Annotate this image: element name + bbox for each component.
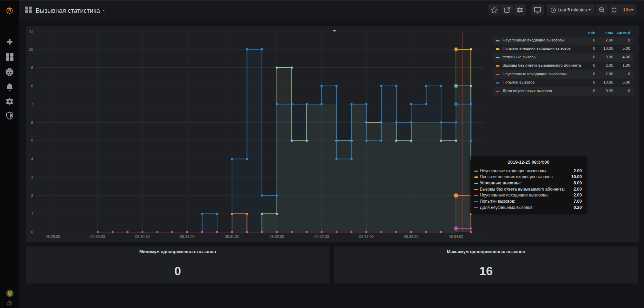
svg-text:08:34:00: 08:34:00 xyxy=(449,234,463,239)
svg-text:08:30:00: 08:30:00 xyxy=(91,234,105,239)
svg-text:08:32:00: 08:32:00 xyxy=(270,234,284,239)
svg-text:08:33:30: 08:33:30 xyxy=(404,234,419,239)
svg-text:08:31:30: 08:31:30 xyxy=(225,234,239,239)
svg-text:0: 0 xyxy=(31,230,33,234)
svg-text:8: 8 xyxy=(31,84,33,88)
svg-text:1: 1 xyxy=(31,212,33,216)
svg-text:2: 2 xyxy=(31,193,33,198)
svg-text:08:31:00: 08:31:00 xyxy=(180,234,195,239)
svg-text:11: 11 xyxy=(29,29,33,33)
svg-text:7: 7 xyxy=(31,102,33,106)
svg-text:10: 10 xyxy=(29,47,33,51)
svg-text:08:32:30: 08:32:30 xyxy=(314,234,329,239)
svg-text:5: 5 xyxy=(31,139,33,143)
svg-text:08:30:30: 08:30:30 xyxy=(135,234,150,239)
svg-text:9: 9 xyxy=(31,66,33,70)
svg-text:6: 6 xyxy=(31,121,33,125)
svg-text:08:33:00: 08:33:00 xyxy=(359,234,374,239)
svg-text:08:29:30: 08:29:30 xyxy=(46,234,60,239)
svg-text:3: 3 xyxy=(31,175,33,179)
svg-text:4: 4 xyxy=(31,157,33,161)
